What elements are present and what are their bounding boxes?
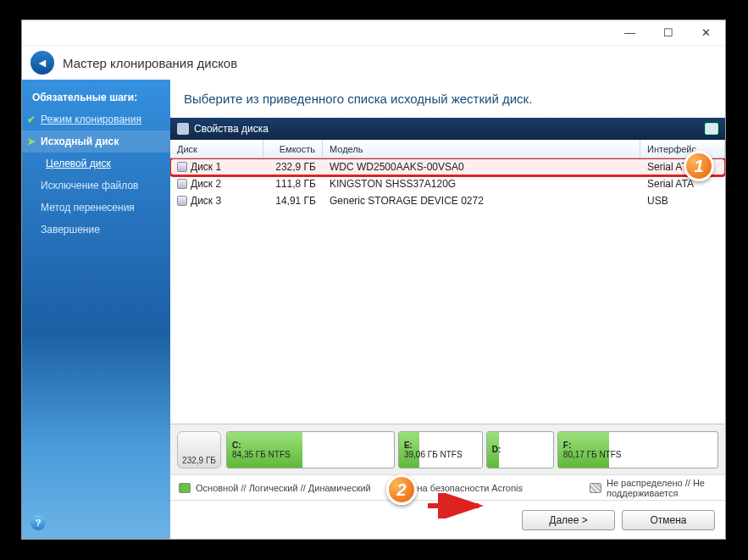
step-clone-mode[interactable]: ✔ Режим клонирования: [22, 108, 170, 130]
partition-size: 39,06 ГБ NTFS: [404, 450, 463, 459]
disk-capacity: 14,91 ГБ: [263, 195, 323, 207]
disk-icon: [177, 196, 187, 206]
disk-total-size: 232,9 ГБ: [182, 456, 216, 465]
computer-icon[interactable]: [705, 123, 718, 135]
panel-title: Свойства диска: [194, 123, 269, 135]
partition-map: 232,9 ГБ C:84,35 ГБ NTFS E:39,06 ГБ NTFS…: [170, 424, 725, 474]
cancel-button[interactable]: Отмена: [622, 510, 715, 530]
disk-icon: [177, 123, 189, 135]
disk-capacity: 111,8 ГБ: [263, 178, 323, 190]
table-row[interactable]: Диск 1 232,9 ГБ WDC WD2500AAKS-00VSA0 Se…: [170, 158, 725, 175]
close-button[interactable]: ✕: [687, 21, 725, 45]
wizard-window: — ☐ ✕ ◄ Мастер клонирования дисков Обяза…: [21, 19, 726, 540]
minimize-button[interactable]: —: [611, 21, 649, 45]
disk-interface: Serial ATA: [640, 178, 725, 190]
disk-capacity: 232,9 ГБ: [263, 161, 323, 173]
help-area: ?: [22, 507, 170, 539]
wizard-body: Обязательные шаги: ✔ Режим клонирования …: [22, 80, 725, 539]
disk-icon: [177, 179, 187, 189]
annotation-callout-1: 1: [684, 151, 714, 181]
legend-swatch-primary: [179, 483, 191, 493]
partition[interactable]: E:39,06 ГБ NTFS: [398, 431, 483, 469]
step-target-disk[interactable]: Целевой диск: [22, 152, 170, 175]
disk-name: Диск 1: [191, 161, 221, 173]
annotation-arrow-icon: [424, 493, 491, 518]
disk-icon: [177, 162, 187, 172]
partition-size: 80,17 ГБ NTFS: [563, 450, 622, 459]
partition-letter: C:: [232, 441, 241, 450]
disk-total-chip: 232,9 ГБ: [177, 431, 221, 469]
partition-letter: D:: [492, 445, 501, 454]
partition[interactable]: D:: [486, 431, 554, 469]
annotation-callout-2: 2: [386, 474, 417, 505]
step-source-disk[interactable]: ➤ Исходный диск: [22, 130, 170, 152]
step-label: Метод перенесения: [41, 202, 135, 213]
col-model[interactable]: Модель: [323, 140, 640, 158]
partition-letter: E:: [404, 441, 413, 450]
main-pane: Выберите из приведенного списка исходный…: [170, 80, 725, 539]
legend-unalloc: Не распределено // Не поддерживается: [607, 478, 717, 498]
partitions: C:84,35 ГБ NTFS E:39,06 ГБ NTFS D: F:80,…: [226, 431, 718, 469]
step-label: Режим клонирования: [41, 114, 141, 125]
legend-acronis: Зона безопасности Acronis: [407, 483, 523, 493]
step-migration-method[interactable]: Метод перенесения: [22, 197, 170, 219]
instruction-text: Выберите из приведенного списка исходный…: [170, 80, 725, 118]
disk-name: Диск 3: [191, 195, 221, 207]
disk-model: KINGSTON SHSS37A120G: [323, 178, 640, 190]
arrow-left-icon: ◄: [36, 56, 48, 69]
disk-table: Диск 1 232,9 ГБ WDC WD2500AAKS-00VSA0 Se…: [170, 158, 725, 424]
step-label: Исключение файлов: [41, 180, 138, 191]
sidebar-heading: Обязательные шаги:: [22, 86, 170, 108]
col-capacity[interactable]: Емкость: [263, 140, 323, 158]
disk-name: Диск 2: [191, 178, 221, 190]
disk-model: WDC WD2500AAKS-00VSA0: [323, 161, 640, 173]
back-button[interactable]: ◄: [30, 51, 54, 75]
legend-primary: Основной // Логический // Динамический: [196, 483, 371, 493]
table-row[interactable]: Диск 3 14,91 ГБ Generic STORAGE DEVICE 0…: [170, 192, 725, 209]
sidebar: Обязательные шаги: ✔ Режим клонирования …: [22, 80, 170, 539]
titlebar: — ☐ ✕: [22, 20, 725, 46]
disk-model: Generic STORAGE DEVICE 0272: [323, 195, 640, 207]
legend-swatch-unalloc: [590, 483, 601, 493]
partition-letter: F:: [563, 441, 571, 450]
maximize-button[interactable]: ☐: [649, 21, 687, 45]
next-button[interactable]: Далее >: [522, 510, 615, 530]
disk-properties-header: Свойства диска: [170, 118, 725, 140]
check-icon: ✔: [27, 114, 36, 125]
step-finish[interactable]: Завершение: [22, 219, 170, 241]
help-button[interactable]: ?: [30, 515, 46, 530]
step-label: Завершение: [41, 224, 100, 236]
step-exclude-files[interactable]: Исключение файлов: [22, 175, 170, 197]
wizard-header: ◄ Мастер клонирования дисков: [22, 46, 725, 80]
table-row[interactable]: Диск 2 111,8 ГБ KINGSTON SHSS37A120G Ser…: [170, 175, 725, 192]
col-interface[interactable]: Интерфейс: [640, 140, 725, 158]
arrow-right-icon: ➤: [27, 136, 36, 147]
step-label: Целевой диск: [46, 158, 111, 169]
step-label: Исходный диск: [41, 136, 119, 147]
col-disk[interactable]: Диск: [170, 140, 263, 158]
wizard-title: Мастер клонирования дисков: [63, 56, 237, 70]
disk-interface: USB: [640, 195, 725, 207]
partition[interactable]: C:84,35 ГБ NTFS: [226, 431, 395, 469]
partition[interactable]: F:80,17 ГБ NTFS: [557, 431, 718, 469]
partition-size: 84,35 ГБ NTFS: [232, 450, 291, 459]
table-header: Диск Емкость Модель Интерфейс: [170, 140, 725, 158]
